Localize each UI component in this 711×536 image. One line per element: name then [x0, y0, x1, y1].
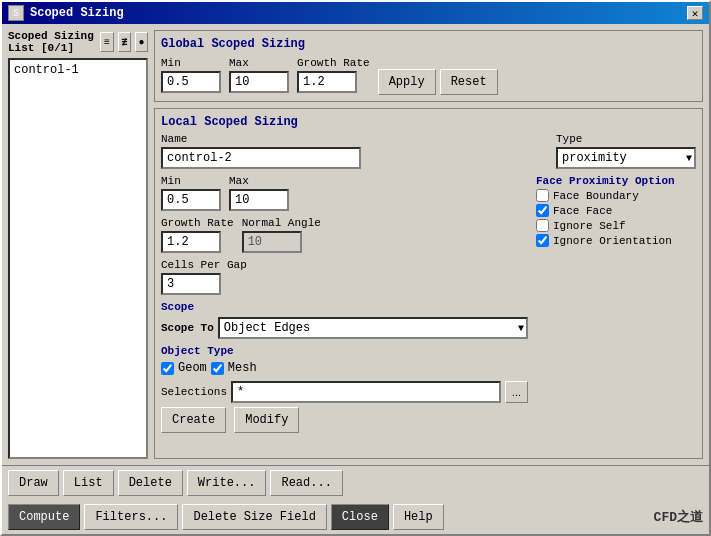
global-max-input[interactable]: [229, 71, 289, 93]
create-modify-row: Create Modify: [161, 403, 528, 433]
type-col: Type proximity body of influence sphere …: [556, 133, 696, 169]
face-boundary-label: Face Boundary: [553, 190, 639, 202]
type-label: Type: [556, 133, 696, 145]
browse-button[interactable]: ...: [505, 381, 528, 403]
global-min-label: Min: [161, 57, 221, 69]
apply-button[interactable]: Apply: [378, 69, 436, 95]
growth-rate-input[interactable]: [161, 231, 221, 253]
list-toolbar-btn1[interactable]: ≡: [100, 32, 113, 52]
geom-label: Geom: [178, 361, 207, 375]
face-face-checkbox[interactable]: [536, 204, 549, 217]
right-panel: Global Scoped Sizing Min Max Growth Rate: [154, 30, 703, 459]
cells-per-gap-group: Cells Per Gap: [161, 259, 528, 295]
name-col: Name: [161, 133, 548, 169]
name-label: Name: [161, 133, 548, 145]
global-max-label: Max: [229, 57, 289, 69]
filters-button[interactable]: Filters...: [84, 504, 178, 530]
local-max-group: Max: [229, 175, 289, 211]
main-content: Scoped Sizing List [0/1] ≡ ≢ ● control-1…: [2, 24, 709, 465]
write-button[interactable]: Write...: [187, 470, 267, 496]
global-min-input[interactable]: [161, 71, 221, 93]
mid-panel: Min Max Growth Rate: [161, 175, 696, 433]
proximity-options: Face Boundary Face Face Ignore Self: [536, 189, 696, 247]
mesh-checkbox[interactable]: [211, 362, 224, 375]
global-scoped-sizing-section: Global Scoped Sizing Min Max Growth Rate: [154, 30, 703, 102]
compute-button[interactable]: Compute: [8, 504, 80, 530]
local-min-input[interactable]: [161, 189, 221, 211]
global-max-group: Max: [229, 57, 289, 93]
delete-size-field-button[interactable]: Delete Size Field: [182, 504, 326, 530]
normal-angle-label: Normal Angle: [242, 217, 321, 229]
global-fields-row: Min Max Growth Rate Apply Reset: [161, 55, 696, 95]
scope-to-label: Scope To: [161, 322, 214, 334]
normal-angle-input[interactable]: [242, 231, 302, 253]
global-growth-rate-label: Growth Rate: [297, 57, 370, 69]
type-select-wrapper: proximity body of influence sphere of in…: [556, 147, 696, 169]
scope-section: Scope Scope To Object Edges Object Faces…: [161, 301, 528, 339]
close-button[interactable]: Close: [331, 504, 389, 530]
bottom-toolbar: Draw List Delete Write... Read...: [2, 465, 709, 500]
ignore-orientation-checkbox[interactable]: [536, 234, 549, 247]
selections-input[interactable]: [231, 381, 501, 403]
geom-checkbox[interactable]: [161, 362, 174, 375]
global-growth-group: Growth Rate: [297, 57, 370, 93]
min-max-row: Min Max: [161, 175, 528, 211]
main-window: S Scoped Sizing ✕ Scoped Sizing List [0/…: [0, 0, 711, 536]
local-section-title: Local Scoped Sizing: [161, 115, 696, 129]
name-input[interactable]: [161, 147, 361, 169]
growth-normal-row: Growth Rate Normal Angle: [161, 217, 528, 253]
global-min-group: Min: [161, 57, 221, 93]
mesh-label: Mesh: [228, 361, 257, 375]
delete-button[interactable]: Delete: [118, 470, 183, 496]
list-toolbar-btn3[interactable]: ●: [135, 32, 148, 52]
face-face-row: Face Face: [536, 204, 696, 217]
normal-angle-group: Normal Angle: [242, 217, 321, 253]
local-scoped-sizing-section: Local Scoped Sizing Name Type proximity …: [154, 108, 703, 459]
window-title: Scoped Sizing: [30, 6, 124, 20]
window-icon: S: [8, 5, 24, 21]
object-type-row: Geom Mesh: [161, 361, 528, 375]
growth-rate-group: Growth Rate: [161, 217, 234, 253]
title-bar-left: S Scoped Sizing: [8, 5, 124, 21]
global-growth-rate-input[interactable]: [297, 71, 357, 93]
scope-select-wrapper: Object Edges Object Faces All Faces ▼: [218, 317, 528, 339]
global-section-title: Global Scoped Sizing: [161, 37, 696, 51]
cfd-logo: CFD之道: [654, 508, 703, 526]
face-proximity-col: Face Proximity Option Face Boundary Face…: [536, 175, 696, 433]
type-select[interactable]: proximity body of influence sphere of in…: [556, 147, 696, 169]
name-type-row: Name Type proximity body of influence sp…: [161, 133, 696, 169]
ignore-self-checkbox[interactable]: [536, 219, 549, 232]
selections-row: Selections ...: [161, 381, 528, 403]
local-max-input[interactable]: [229, 189, 289, 211]
list-header: Scoped Sizing List [0/1] ≡ ≢ ●: [8, 30, 148, 54]
list-item[interactable]: control-1: [12, 62, 144, 78]
scope-to-row: Scope To Object Edges Object Faces All F…: [161, 317, 528, 339]
scope-to-select[interactable]: Object Edges Object Faces All Faces: [218, 317, 528, 339]
ignore-self-label: Ignore Self: [553, 220, 626, 232]
apply-reset-row: Apply Reset: [378, 69, 498, 95]
face-boundary-checkbox[interactable]: [536, 189, 549, 202]
close-window-button[interactable]: ✕: [687, 6, 703, 20]
list-header-label: Scoped Sizing List [0/1]: [8, 30, 96, 54]
growth-rate-label: Growth Rate: [161, 217, 234, 229]
draw-button[interactable]: Draw: [8, 470, 59, 496]
ignore-orientation-row: Ignore Orientation: [536, 234, 696, 247]
title-bar: S Scoped Sizing ✕: [2, 2, 709, 24]
create-button[interactable]: Create: [161, 407, 226, 433]
read-button[interactable]: Read...: [270, 470, 342, 496]
cells-per-gap-input[interactable]: [161, 273, 221, 295]
face-proximity-title: Face Proximity Option: [536, 175, 696, 187]
reset-button[interactable]: Reset: [440, 69, 498, 95]
help-button[interactable]: Help: [393, 504, 444, 530]
modify-button[interactable]: Modify: [234, 407, 299, 433]
panel-left-col: Min Max Growth Rate: [161, 175, 528, 433]
scoped-sizing-list[interactable]: control-1: [8, 58, 148, 459]
list-toolbar-btn2[interactable]: ≢: [118, 32, 131, 52]
face-face-label: Face Face: [553, 205, 612, 217]
object-type-section: Object Type Geom Mesh: [161, 345, 528, 375]
list-button[interactable]: List: [63, 470, 114, 496]
local-min-label: Min: [161, 175, 221, 187]
ignore-self-row: Ignore Self: [536, 219, 696, 232]
cells-per-gap-label: Cells Per Gap: [161, 259, 528, 271]
local-max-label: Max: [229, 175, 289, 187]
